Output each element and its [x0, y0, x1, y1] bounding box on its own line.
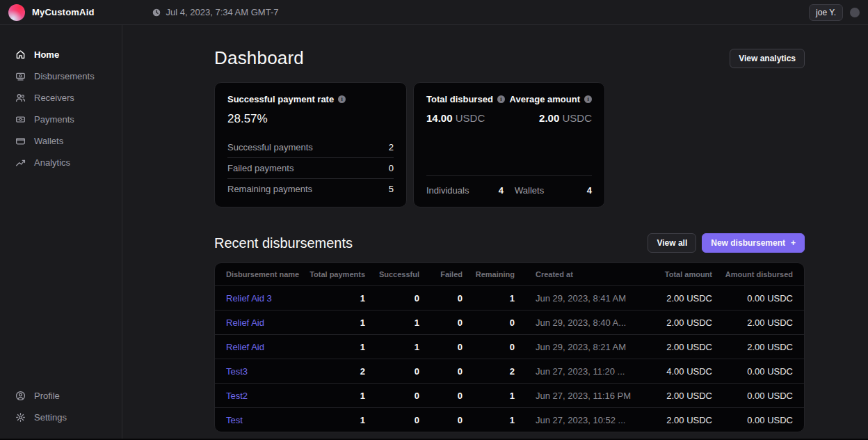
sidebar-item-payments[interactable]: Payments [0, 111, 122, 128]
total-payments-cell: 2 [310, 366, 365, 377]
sidebar-item-label: Wallets [34, 136, 63, 146]
amount-disbursed-cell: 0.00 USDC [712, 366, 793, 377]
new-disbursement-button[interactable]: New disbursement + [702, 233, 805, 253]
sidebar-item-disbursements[interactable]: Disbursements [0, 68, 122, 85]
clock-icon [152, 8, 161, 17]
sidebar-item-wallets[interactable]: Wallets [0, 132, 122, 150]
average-amount-block: Average amount i 2.00 USDC [510, 94, 592, 124]
stat-row-failed: Failed payments 0 [227, 157, 394, 178]
profile-icon [15, 391, 26, 401]
column-header-failed: Failed [419, 270, 463, 278]
stat-value: 5 [389, 184, 394, 194]
remaining-cell: 0 [463, 342, 515, 352]
app-logo-icon [8, 4, 25, 21]
plus-icon: + [791, 238, 796, 248]
recent-disbursements-header: Recent disbursements View all New disbur… [214, 233, 805, 253]
sidebar-item-receivers[interactable]: Receivers [0, 89, 122, 107]
disbursement-name-link[interactable]: Relief Aid [226, 342, 310, 352]
created-at-cell: Jun 29, 2023, 8:40 A... [515, 317, 636, 328]
avatar[interactable] [850, 8, 860, 17]
total-amount-cell: 2.00 USDC [636, 391, 712, 401]
total-disbursed-amount: 14.00 [426, 112, 453, 124]
stat-row-successful: Successful payments 2 [227, 137, 394, 157]
sidebar-item-profile[interactable]: Profile [0, 387, 122, 404]
totals-footer: Individuals 4 Wallets 4 [426, 175, 592, 196]
datetime-text: Jul 4, 2023, 7:34 AM GMT-7 [166, 7, 279, 17]
totals-card: Total disbursed i 14.00 USDC Average amo… [413, 82, 605, 207]
datetime-display: Jul 4, 2023, 7:34 AM GMT-7 [152, 7, 279, 17]
app-window: MyCustomAid Jul 4, 2023, 7:34 AM GMT-7 j… [0, 0, 868, 440]
sidebar-item-label: Profile [34, 391, 60, 401]
column-header-remaining: Remaining [463, 270, 515, 278]
successful-cell: 0 [365, 366, 419, 377]
successful-cell: 1 [365, 317, 419, 328]
created-at-cell: Jun 27, 2023, 11:20 ... [515, 366, 636, 377]
total-disbursed-title: Total disbursed i [426, 94, 505, 104]
disbursement-name-link[interactable]: Relief Aid [226, 317, 310, 328]
info-icon[interactable]: i [338, 95, 346, 103]
table-row: Test3 2 0 0 2 Jun 27, 2023, 11:20 ... 4.… [215, 359, 804, 383]
table-body: Relief Aid 3 1 0 0 1 Jun 29, 2023, 8:41 … [215, 285, 804, 432]
sidebar: Home Disbursements Receivers [0, 25, 122, 440]
sidebar-item-label: Receivers [34, 93, 74, 103]
remaining-cell: 1 [463, 293, 515, 304]
total-payments-cell: 1 [310, 317, 365, 328]
total-amount-cell: 2.00 USDC [636, 293, 712, 304]
disbursement-name-link[interactable]: Test2 [226, 391, 310, 401]
sidebar-item-home[interactable]: Home [0, 46, 122, 63]
column-header-created-at: Created at [515, 270, 636, 278]
analytics-icon [15, 157, 26, 168]
failed-cell: 0 [419, 391, 463, 401]
payment-rate-title-text: Successful payment rate [227, 94, 334, 104]
total-disbursed-value: 14.00 USDC [426, 112, 505, 124]
failed-cell: 0 [419, 317, 463, 328]
failed-cell: 0 [419, 366, 463, 377]
table-row: Test2 1 0 0 1 Jun 27, 2023, 11:16 PM 2.0… [215, 383, 804, 407]
sidebar-item-label: Settings [34, 412, 67, 423]
remaining-cell: 1 [463, 391, 515, 401]
failed-cell: 0 [419, 342, 463, 352]
view-analytics-button[interactable]: View analytics [730, 49, 805, 68]
payment-rate-value: 28.57% [227, 112, 394, 126]
successful-cell: 0 [365, 293, 419, 304]
total-disbursed-block: Total disbursed i 14.00 USDC [426, 94, 505, 124]
stat-label: Successful payments [227, 142, 313, 152]
view-all-button[interactable]: View all [648, 233, 696, 253]
sidebar-item-analytics[interactable]: Analytics [0, 154, 122, 171]
remaining-cell: 0 [463, 317, 515, 328]
remaining-cell: 2 [463, 366, 515, 377]
column-header-amount-disbursed: Amount disbursed [712, 270, 793, 278]
user-menu-button[interactable]: joe Y. [809, 4, 843, 21]
total-disbursed-title-text: Total disbursed [426, 94, 493, 104]
stat-label: Failed payments [227, 163, 294, 173]
amount-disbursed-cell: 0.00 USDC [712, 415, 793, 425]
info-icon[interactable]: i [584, 95, 592, 103]
disbursement-name-link[interactable]: Test3 [226, 366, 310, 377]
payment-rate-title: Successful payment rate i [227, 94, 394, 104]
sidebar-item-label: Home [34, 49, 59, 60]
stat-label: Remaining payments [227, 184, 312, 194]
disbursement-name-link[interactable]: Relief Aid 3 [226, 293, 310, 304]
table-row: Test 1 0 0 1 Jun 27, 2023, 10:52 ... 2.0… [215, 407, 804, 432]
table-row: Relief Aid 1 1 0 0 Jun 29, 2023, 8:40 A.… [215, 310, 804, 334]
stat-value: 4 [499, 185, 504, 196]
home-icon [15, 49, 26, 60]
disbursement-name-link[interactable]: Test [226, 415, 310, 425]
wallet-icon [15, 136, 26, 146]
created-at-cell: Jun 29, 2023, 8:21 AM [515, 342, 636, 352]
disbursements-table: Disbursement name Total payments Success… [214, 262, 805, 432]
total-payments-cell: 1 [310, 342, 365, 352]
topbar: MyCustomAid Jul 4, 2023, 7:34 AM GMT-7 j… [0, 0, 868, 25]
gear-icon [15, 412, 26, 423]
total-amount-cell: 2.00 USDC [636, 415, 712, 425]
created-at-cell: Jun 27, 2023, 10:52 ... [515, 415, 636, 425]
wallets-stat: Wallets 4 [515, 185, 592, 196]
amount-disbursed-cell: 0.00 USDC [712, 293, 793, 304]
sidebar-footer: Profile Settings [0, 387, 122, 430]
info-icon[interactable]: i [497, 95, 505, 103]
average-amount-title: Average amount i [510, 94, 592, 104]
total-disbursed-currency: USDC [456, 112, 485, 124]
amount-disbursed-cell: 2.00 USDC [712, 317, 793, 328]
sidebar-item-settings[interactable]: Settings [0, 409, 122, 426]
total-payments-cell: 1 [310, 391, 365, 401]
